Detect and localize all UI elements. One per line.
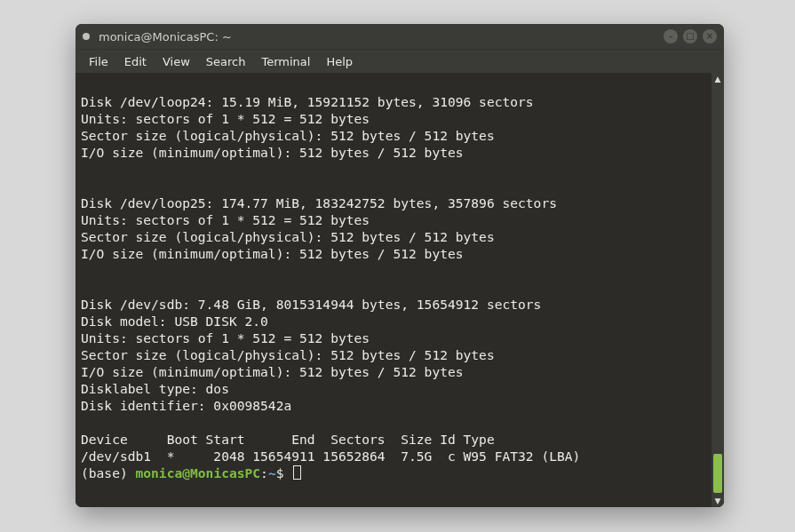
terminal-output-line: Sector size (logical/physical): 512 byte…	[81, 128, 495, 143]
window-title: monica@MonicasPC: ~	[99, 30, 232, 44]
terminal-output-line: I/O size (minimum/optimal): 512 bytes / …	[81, 145, 464, 160]
scroll-down-icon[interactable]: ▼	[712, 495, 724, 507]
terminal-output-line: I/O size (minimum/optimal): 512 bytes / …	[81, 246, 464, 261]
menu-view[interactable]: View	[155, 52, 198, 71]
scrollbar[interactable]: ▲ ▼	[712, 73, 724, 507]
terminal-output-line: Sector size (logical/physical): 512 byte…	[81, 229, 495, 244]
cursor-block-icon	[293, 465, 301, 480]
terminal-output-line: Disk /dev/loop24: 15.19 MiB, 15921152 by…	[81, 94, 534, 109]
window-controls: – □ ×	[664, 29, 717, 44]
prompt-base: (base)	[81, 465, 136, 480]
terminal-output-line: Disklabel type: dos	[81, 381, 229, 396]
menubar: File Edit View Search Terminal Help	[76, 49, 724, 73]
menu-help[interactable]: Help	[318, 52, 361, 71]
prompt-user: monica	[136, 465, 183, 480]
terminal-window: monica@MonicasPC: ~ – □ × File Edit View…	[76, 24, 724, 507]
menu-file[interactable]: File	[81, 52, 116, 71]
menu-edit[interactable]: Edit	[116, 52, 155, 71]
minimize-button[interactable]: –	[664, 29, 678, 44]
terminal-output-line: Units: sectors of 1 * 512 = 512 bytes	[81, 330, 370, 345]
terminal-output-line: Device Boot Start End Sectors Size Id Ty…	[81, 432, 495, 447]
maximize-button[interactable]: □	[683, 29, 697, 44]
terminal-output-line: Units: sectors of 1 * 512 = 512 bytes	[81, 111, 370, 126]
menu-terminal[interactable]: Terminal	[253, 52, 318, 71]
prompt-colon: :	[260, 465, 268, 480]
terminal-output-line: Disk model: USB DISK 2.0	[81, 314, 268, 329]
prompt-dollar: $	[276, 465, 292, 480]
terminal-output-line: Disk identifier: 0x0098542a	[81, 398, 291, 413]
app-indicator-icon	[83, 33, 90, 40]
scroll-up-icon[interactable]: ▲	[712, 73, 724, 85]
prompt-host: MonicasPC	[190, 465, 260, 480]
prompt-path: ~	[268, 465, 276, 480]
terminal-output-line: Disk /dev/sdb: 7.48 GiB, 8015314944 byte…	[81, 297, 541, 312]
titlebar[interactable]: monica@MonicasPC: ~ – □ ×	[76, 24, 724, 49]
scrollbar-thumb[interactable]	[713, 454, 722, 493]
terminal-output-line: /dev/sdb1 * 2048 15654911 15652864 7.5G …	[81, 449, 580, 464]
terminal-output-line: Units: sectors of 1 * 512 = 512 bytes	[81, 212, 370, 227]
prompt-at: @	[182, 465, 190, 480]
close-button[interactable]: ×	[703, 29, 717, 44]
menu-search[interactable]: Search	[198, 52, 254, 71]
terminal-output-line: Sector size (logical/physical): 512 byte…	[81, 347, 495, 362]
terminal-area[interactable]: Disk /dev/loop24: 15.19 MiB, 15921152 by…	[76, 73, 712, 507]
terminal-output-line: I/O size (minimum/optimal): 512 bytes / …	[81, 364, 464, 379]
terminal-output-line: Disk /dev/loop25: 174.77 MiB, 183242752 …	[81, 195, 557, 210]
